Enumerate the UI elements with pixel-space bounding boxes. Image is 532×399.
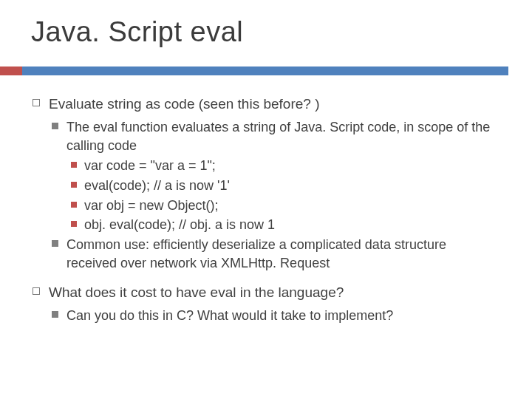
bullet-text: The eval function evaluates a string of … — [66, 120, 490, 153]
bullet-text: var code = "var a = 1"; — [84, 158, 216, 173]
bullet-lvl2: Can you do this in C? What would it take… — [52, 307, 499, 325]
bullet-text: Can you do this in C? What would it take… — [66, 308, 393, 323]
bullet-lvl3: obj. eval(code); // obj. a is now 1 — [71, 216, 499, 234]
bullet-text: eval(code); // a is now '1' — [84, 178, 230, 193]
slide-content: Evaluate string as code (seen this befor… — [33, 95, 499, 327]
bullet-lvl1: What does it cost to have eval in the la… — [33, 283, 499, 302]
bullet-text: What does it cost to have eval in the la… — [49, 284, 344, 300]
slide-title: Java. Script eval — [31, 16, 243, 48]
bullet-lvl2: The eval function evaluates a string of … — [52, 118, 499, 155]
bullet-lvl3: eval(code); // a is now '1' — [71, 177, 499, 195]
bullet-text: Evaluate string as code (seen this befor… — [49, 96, 319, 112]
accent-tab — [0, 66, 22, 75]
bullet-text: Common use: efficiently deserialize a co… — [66, 237, 446, 270]
slide: Java. Script eval Evaluate string as cod… — [0, 0, 532, 399]
bullet-lvl3: var code = "var a = 1"; — [71, 157, 499, 175]
accent-bar — [22, 66, 508, 75]
bullet-text: var obj = new Object(); — [84, 198, 219, 213]
bullet-lvl3: var obj = new Object(); — [71, 197, 499, 215]
bullet-lvl2: Common use: efficiently deserialize a co… — [52, 236, 499, 273]
bullet-lvl1: Evaluate string as code (seen this befor… — [33, 95, 499, 114]
bullet-text: obj. eval(code); // obj. a is now 1 — [84, 217, 275, 232]
